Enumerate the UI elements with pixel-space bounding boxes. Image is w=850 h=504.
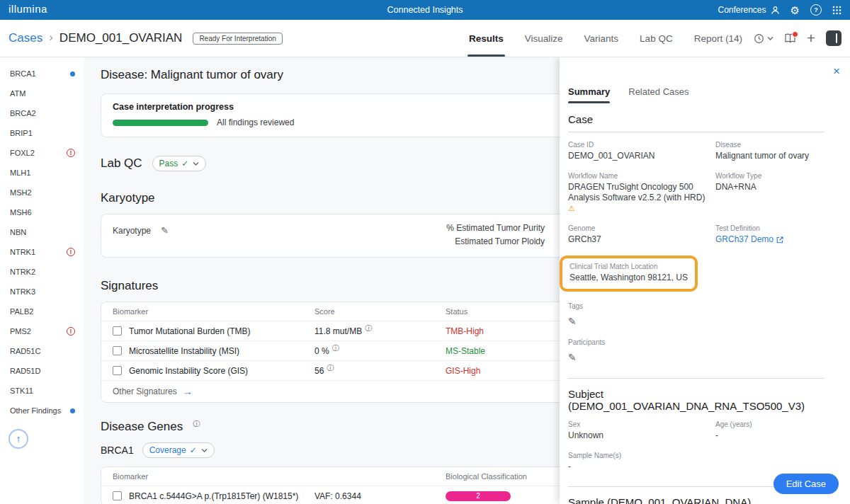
edit-icon[interactable]: ✎	[568, 316, 577, 327]
progress-bar	[113, 120, 208, 126]
breadcrumb-cases[interactable]: Cases	[8, 31, 42, 45]
field-trial-location: Clinical Trial Match Location Seattle, W…	[568, 256, 710, 292]
gene-label: NTRK3	[10, 287, 35, 296]
tumor-ploidy-label: Estimated Tumor Ploidy	[446, 235, 545, 248]
findings-dot	[70, 71, 75, 76]
app-root: illumina Connected Insights Conferences …	[0, 0, 850, 504]
chip-label: Pass	[159, 159, 178, 168]
sidebar-item-pms2[interactable]: PMS2!	[0, 321, 84, 341]
add-icon[interactable]: +	[807, 30, 815, 47]
case-status-badge: Ready For Interpretation	[193, 33, 282, 45]
gene-label: ATM	[10, 89, 26, 98]
gene-label: NBN	[10, 228, 26, 236]
details-panel-toggle-icon[interactable]	[826, 30, 842, 46]
history-icon	[754, 33, 764, 44]
history-dropdown[interactable]	[754, 33, 774, 44]
variant-label: BRCA1 c.5444G>A p.(Trp1815Ter) (W1815*)	[129, 491, 298, 501]
info-icon[interactable]: ⓘ	[365, 323, 372, 333]
row-checkbox[interactable]	[113, 491, 122, 500]
lab-qc-status-chip[interactable]: Pass ✓	[152, 156, 207, 171]
check-icon: ✓	[181, 159, 188, 168]
sidebar-item-msh6[interactable]: MSH6	[0, 202, 84, 222]
classification-badge[interactable]: 2	[446, 491, 511, 501]
apps-grid-icon[interactable]	[832, 6, 842, 15]
conferences-label: Conferences	[718, 5, 766, 15]
test-definition-link[interactable]: GRCh37 Demo	[715, 234, 824, 245]
chevron-right-icon: ›	[49, 30, 53, 46]
close-icon[interactable]: ×	[833, 65, 840, 77]
row-checkbox[interactable]	[113, 326, 122, 336]
gene-label: BRCA1	[10, 69, 36, 78]
gene-label: BRIP1	[10, 129, 33, 137]
field-disease: Disease Malignant tumor of ovary	[715, 141, 824, 161]
tab-results[interactable]: Results	[469, 20, 504, 57]
sidebar-item-ntrk1[interactable]: NTRK1!	[0, 242, 84, 262]
score-value: 0 %	[314, 346, 329, 356]
row-checkbox[interactable]	[113, 366, 122, 375]
sidebar-item-rad51d[interactable]: RAD51D	[0, 361, 84, 381]
alert-icon: !	[67, 327, 75, 336]
gene-label: MSH6	[10, 208, 32, 217]
findings-dot	[70, 408, 75, 413]
tab-lab-qc[interactable]: Lab QC	[640, 20, 673, 57]
sidebar-item-brca1[interactable]: BRCA1	[0, 64, 84, 84]
vaf-value: VAF: 0.6344	[314, 491, 361, 501]
biomarker-label: Genomic Instability Score (GIS)	[129, 366, 248, 376]
sidebar-item-ntrk3[interactable]: NTRK3	[0, 282, 84, 302]
sidebar-item-atm[interactable]: ATM	[0, 84, 84, 103]
sidebar-item-rad51c[interactable]: RAD51C	[0, 341, 84, 361]
row-checkbox[interactable]	[113, 346, 122, 355]
sidebar-item-nbn[interactable]: NBN	[0, 222, 84, 242]
gene-label: PMS2	[10, 327, 31, 336]
subject-fields: Sex Unknown Age (years) - Sample Name(s)…	[568, 420, 824, 472]
warning-icon[interactable]: ⚠	[568, 204, 575, 212]
tab-related-cases[interactable]: Related Cases	[628, 86, 688, 103]
field-workflow-name: Workflow Name DRAGEN TruSight Oncology 5…	[568, 172, 710, 214]
gene-label: MSH2	[10, 188, 32, 197]
sidebar-item-msh2[interactable]: MSH2	[0, 183, 84, 202]
illumina-logo: illumina	[8, 3, 47, 15]
annotation-highlight: Clinical Trial Match Location Seattle, W…	[560, 256, 698, 292]
field-workflow-type: Workflow Type DNA+RNA	[715, 172, 824, 214]
info-icon[interactable]: ⓘ	[332, 343, 339, 353]
info-icon[interactable]: ⓘ	[327, 363, 334, 373]
gene-label: FOXL2	[10, 149, 35, 157]
tab-variants[interactable]: Variants	[584, 20, 619, 57]
alert-icon: !	[67, 248, 75, 256]
gene-label: STK11	[10, 386, 33, 395]
other-signatures-label: Other Signatures	[113, 386, 177, 396]
karyotype-field-label: Karyotype	[113, 226, 151, 236]
sidebar-item-foxl2[interactable]: FOXL2!	[0, 143, 84, 163]
conferences-button[interactable]: Conferences	[718, 5, 780, 15]
header-actions: +	[754, 20, 842, 57]
coverage-chip[interactable]: Coverage ✓	[142, 442, 215, 458]
case-header: Cases › DEMO_001_OVARIAN Ready For Inter…	[0, 20, 850, 57]
sidebar-item-other-findings[interactable]: Other Findings	[0, 401, 84, 420]
topbar: illumina Connected Insights Conferences …	[0, 0, 850, 20]
biomarker-label: Microsatellite Instability (MSI)	[129, 346, 239, 356]
gene-label: PALB2	[10, 307, 33, 316]
sidebar-item-ntrk2[interactable]: NTRK2	[0, 262, 84, 282]
sidebar-item-brca2[interactable]: BRCA2	[0, 103, 84, 123]
info-icon[interactable]: ⓘ	[193, 419, 200, 429]
help-icon[interactable]: ?	[810, 4, 822, 16]
sidebar-item-palb2[interactable]: PALB2	[0, 302, 84, 321]
field-genome: Genome GRCh37	[568, 224, 710, 245]
scroll-top-button[interactable]: ↑	[8, 429, 28, 449]
edit-icon[interactable]: ✎	[161, 225, 169, 236]
gene-label: BRCA2	[10, 109, 36, 118]
gene-label: NTRK1	[10, 248, 35, 256]
gear-icon[interactable]: ⚙	[790, 5, 800, 16]
tab-summary[interactable]: Summary	[568, 86, 610, 103]
arrow-right-icon: →	[183, 386, 193, 397]
resources-button[interactable]	[784, 33, 796, 43]
edit-case-button[interactable]: Edit Case	[774, 474, 839, 494]
sidebar-item-brip1[interactable]: BRIP1	[0, 123, 84, 143]
edit-icon[interactable]: ✎	[568, 352, 577, 363]
tab-visualize[interactable]: Visualize	[525, 20, 563, 57]
tab-report[interactable]: Report (14)	[694, 20, 742, 57]
case-fields: Case ID DEMO_001_OVARIAN Disease Maligna…	[568, 141, 824, 364]
sidebar-item-mlh1[interactable]: MLH1	[0, 163, 84, 183]
sidebar-item-stk11[interactable]: STK11	[0, 381, 84, 401]
field-case-id: Case ID DEMO_001_OVARIAN	[568, 141, 710, 161]
